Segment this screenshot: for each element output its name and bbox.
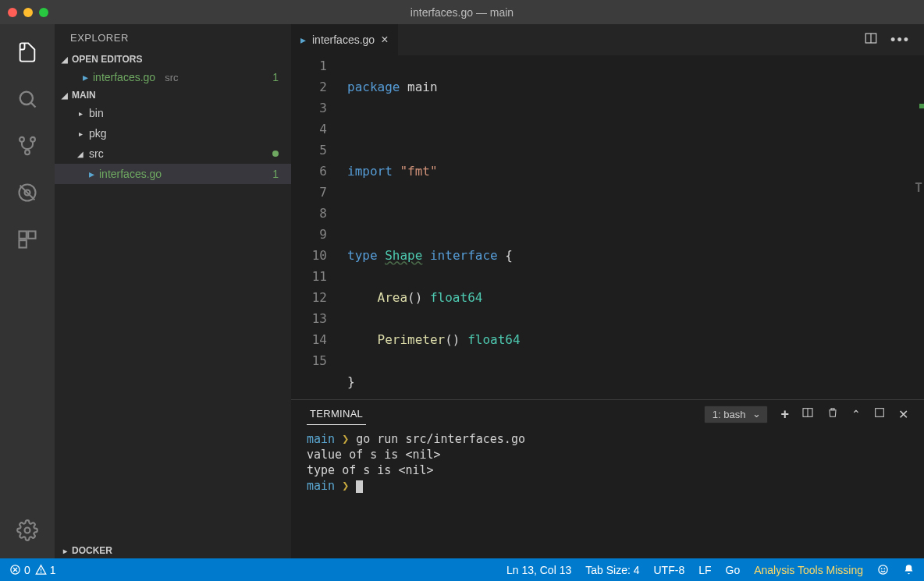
maximize-window-button[interactable] bbox=[39, 8, 48, 17]
notifications-bell-icon[interactable] bbox=[903, 564, 915, 576]
svg-rect-7 bbox=[20, 232, 27, 239]
chevron-down-icon: ◢ bbox=[76, 150, 84, 158]
more-actions-icon[interactable]: ••• bbox=[890, 32, 910, 48]
folder-bin[interactable]: ▸ bin bbox=[55, 103, 291, 123]
statusbar: 0 1 Ln 13, Col 13 Tab Size: 4 UTF-8 LF G… bbox=[0, 558, 924, 581]
close-window-button[interactable] bbox=[8, 8, 17, 17]
split-terminal-icon[interactable] bbox=[801, 406, 814, 422]
svg-point-23 bbox=[884, 569, 885, 569]
svg-point-2 bbox=[20, 137, 24, 142]
editor-tabs: ▸ interfaces.go × ••• bbox=[291, 24, 924, 55]
folder-name: src bbox=[89, 147, 104, 160]
new-terminal-icon[interactable]: + bbox=[780, 406, 789, 423]
code-editor[interactable]: 123456789101112131415 package main impor… bbox=[291, 55, 924, 399]
tab-interfaces-go[interactable]: ▸ interfaces.go × bbox=[291, 24, 398, 55]
activity-bar bbox=[0, 24, 55, 558]
svg-point-20 bbox=[41, 572, 41, 572]
go-file-icon: ▸ bbox=[300, 34, 306, 46]
titlebar: interfaces.go — main bbox=[0, 0, 924, 24]
file-interfaces-go[interactable]: ▸ interfaces.go 1 bbox=[55, 164, 291, 184]
go-file-icon: ▸ bbox=[89, 168, 94, 180]
project-header[interactable]: ◢ MAIN bbox=[55, 87, 291, 103]
terminal-controls: 1: bash + ⌃ ✕ bbox=[704, 406, 908, 423]
chevron-right-icon: ▸ bbox=[76, 109, 84, 118]
sidebar-explorer: EXPLORER ◢ OPEN EDITORS ▸ interfaces.go … bbox=[55, 24, 291, 558]
status-analysis-warning[interactable]: Analysis Tools Missing bbox=[754, 564, 863, 576]
minimap-marker bbox=[919, 104, 924, 108]
svg-line-1 bbox=[31, 103, 36, 108]
terminal-tab[interactable]: TERMINAL bbox=[307, 403, 366, 425]
open-editor-filename: interfaces.go bbox=[93, 71, 155, 83]
svg-point-21 bbox=[879, 565, 887, 574]
go-file-icon: ▸ bbox=[83, 71, 88, 83]
split-editor-icon[interactable] bbox=[864, 31, 878, 48]
folder-src[interactable]: ◢ src bbox=[55, 143, 291, 164]
line-number-gutter: 123456789101112131415 bbox=[291, 55, 347, 399]
chevron-right-icon: ▸ bbox=[76, 129, 84, 138]
svg-point-22 bbox=[881, 569, 882, 569]
close-tab-icon[interactable]: × bbox=[381, 33, 388, 47]
debug-icon[interactable] bbox=[9, 174, 46, 211]
terminal-panel: TERMINAL 1: bash + ⌃ ✕ main ❯ go run src… bbox=[291, 399, 924, 558]
tab-label: interfaces.go bbox=[312, 34, 375, 46]
chevron-right-icon: ▸ bbox=[61, 547, 69, 555]
file-name: interfaces.go bbox=[99, 168, 162, 180]
svg-point-0 bbox=[20, 92, 33, 105]
open-editors-header[interactable]: ◢ OPEN EDITORS bbox=[55, 51, 291, 67]
folder-name: bin bbox=[89, 107, 104, 119]
minimize-window-button[interactable] bbox=[23, 8, 33, 17]
editor-area: ▸ interfaces.go × ••• 123456789101112131… bbox=[291, 24, 924, 558]
status-tab-size[interactable]: Tab Size: 4 bbox=[585, 564, 639, 576]
minimap-indicator-icon: T bbox=[915, 177, 922, 198]
open-editor-badge: 1 bbox=[272, 71, 279, 83]
traffic-lights bbox=[8, 8, 48, 17]
folder-name: pkg bbox=[89, 127, 107, 140]
status-language[interactable]: Go bbox=[726, 564, 741, 576]
docker-label: DOCKER bbox=[72, 545, 112, 556]
svg-rect-8 bbox=[28, 232, 35, 239]
editor-actions: ••• bbox=[850, 24, 924, 55]
svg-point-10 bbox=[25, 528, 30, 533]
status-warnings[interactable]: 1 bbox=[35, 564, 56, 576]
svg-rect-15 bbox=[876, 409, 884, 417]
search-icon[interactable] bbox=[9, 80, 46, 118]
open-editor-path: src bbox=[165, 72, 178, 83]
chevron-down-icon: ◢ bbox=[61, 55, 69, 64]
panel-tabs: TERMINAL 1: bash + ⌃ ✕ bbox=[291, 400, 924, 428]
open-editors-label: OPEN EDITORS bbox=[72, 54, 142, 65]
folder-pkg[interactable]: ▸ pkg bbox=[55, 123, 291, 143]
code-content[interactable]: package main import "fmt" type Shape int… bbox=[347, 55, 910, 399]
settings-gear-icon[interactable] bbox=[9, 512, 46, 549]
svg-point-4 bbox=[25, 150, 30, 154]
collapse-panel-icon[interactable]: ⌃ bbox=[851, 408, 861, 420]
open-editor-item[interactable]: ▸ interfaces.go src 1 bbox=[55, 67, 291, 87]
extensions-icon[interactable] bbox=[9, 221, 46, 258]
minimap[interactable]: T bbox=[910, 55, 924, 399]
kill-terminal-icon[interactable] bbox=[826, 406, 839, 422]
explorer-title: EXPLORER bbox=[55, 24, 291, 51]
cursor-icon bbox=[356, 480, 363, 493]
modified-dot-icon bbox=[272, 151, 279, 157]
svg-point-3 bbox=[30, 137, 35, 142]
source-control-icon[interactable] bbox=[9, 127, 46, 165]
terminal-shell-select[interactable]: 1: bash bbox=[704, 406, 769, 423]
status-errors[interactable]: 0 bbox=[9, 564, 30, 576]
status-ln-col[interactable]: Ln 13, Col 13 bbox=[506, 564, 571, 576]
chevron-down-icon: ◢ bbox=[61, 91, 69, 100]
status-eol[interactable]: LF bbox=[698, 564, 711, 576]
close-panel-icon[interactable]: ✕ bbox=[898, 407, 908, 422]
terminal-output[interactable]: main ❯ go run src/interfaces.go value of… bbox=[291, 428, 924, 558]
window-title: interfaces.go — main bbox=[410, 6, 514, 19]
project-label: MAIN bbox=[72, 90, 96, 101]
svg-rect-9 bbox=[20, 240, 27, 247]
explorer-icon[interactable] bbox=[9, 34, 46, 71]
docker-header[interactable]: ▸ DOCKER bbox=[55, 543, 291, 558]
maximize-panel-icon[interactable] bbox=[873, 406, 886, 422]
status-encoding[interactable]: UTF-8 bbox=[654, 564, 685, 576]
file-badge: 1 bbox=[272, 168, 279, 180]
feedback-smiley-icon[interactable] bbox=[877, 564, 889, 576]
